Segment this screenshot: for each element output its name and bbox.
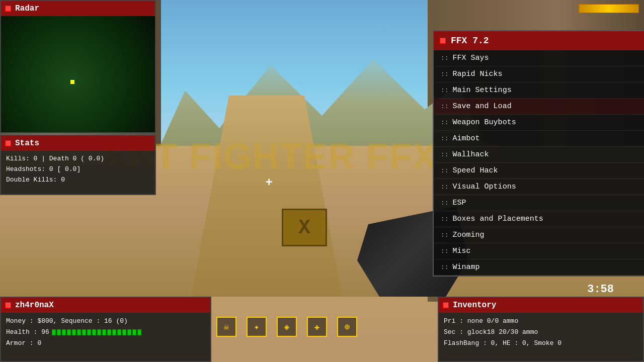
radar-player-dot [70, 80, 74, 84]
timer: 3:58 [587, 283, 614, 296]
menu-bullet-icon: :: [441, 167, 449, 174]
stats-panel: Stats Kills: 0 | Death 0 ( 0.0) Headshot… [0, 135, 156, 195]
health-bar [52, 329, 141, 335]
inventory-title: Inventory [453, 301, 496, 310]
menu-item-esp[interactable]: ::ESP [434, 195, 644, 211]
menu-bullet-icon: :: [441, 231, 449, 239]
player-header-dot [5, 302, 11, 308]
menu-bullet-icon: :: [441, 199, 449, 207]
menu-bullet-icon: :: [441, 263, 449, 271]
inventory-content: Pri : none 0/0 ammo Sec : glock18 20/30 … [439, 313, 643, 352]
menu-header: FFX 7.2 [434, 31, 644, 50]
hud-icon-ammo: ◈ [277, 317, 297, 337]
menu-item-label: Rapid Nicks [453, 70, 503, 78]
menu-item-label: Aimbot [453, 134, 480, 143]
stats-content: Kills: 0 | Death 0 ( 0.0) Headshots: 0 [… [1, 151, 155, 188]
menu-bullet-icon: :: [441, 70, 449, 78]
menu-bullet-icon: :: [441, 86, 449, 94]
menu-item-speed-hack[interactable]: ::Speed Hack [434, 163, 644, 179]
menu-item-wallhack[interactable]: ::Wallhack [434, 147, 644, 163]
menu-panel: FFX 7.2 ::FFX Says::Rapid Nicks::Main Se… [433, 30, 644, 277]
menu-bullet-icon: :: [441, 247, 449, 255]
health-segment [132, 329, 136, 335]
health-segment [92, 329, 96, 335]
health-segment [127, 329, 131, 335]
bottom-hud-icons: ☠ ✦ ◈ ✚ ⊕ [216, 317, 357, 337]
player-health-label: Health : 96 [6, 327, 49, 338]
health-segment [122, 329, 126, 335]
menu-item-winamp[interactable]: ::Winamp [434, 259, 644, 276]
player-name: zh4r0naX [15, 301, 54, 310]
menu-items-list: ::FFX Says::Rapid Nicks::Main Settings::… [434, 50, 644, 276]
player-armor: Armor : 0 [6, 338, 205, 349]
menu-item-aimbot[interactable]: ::Aimbot [434, 131, 644, 147]
health-segment [82, 329, 86, 335]
player-panel: zh4r0naX Money : $800, Sequence : 16 (0)… [0, 297, 211, 362]
health-segment [102, 329, 106, 335]
menu-item-weapon-buybots[interactable]: ::Weapon Buybots [434, 115, 644, 131]
health-segment [107, 329, 111, 335]
menu-item-zooming[interactable]: ::Zooming [434, 227, 644, 243]
menu-item-label: Winamp [453, 263, 480, 272]
health-segment [137, 329, 141, 335]
health-segment [62, 329, 66, 335]
menu-bullet-icon: :: [441, 135, 449, 142]
stats-headshots: Headshots: 0 [ 0.0] [6, 164, 150, 175]
health-segment [72, 329, 76, 335]
menu-item-misc[interactable]: ::Misc [434, 243, 644, 259]
radar-title: Radar [15, 4, 39, 13]
menu-item-label: Boxes and Placements [453, 215, 543, 223]
menu-item-label: Weapon Buybots [453, 118, 516, 127]
health-segment [77, 329, 81, 335]
hud-icon-star: ✦ [247, 317, 267, 337]
menu-bullet-icon: :: [441, 103, 449, 110]
menu-item-rapid-nicks[interactable]: ::Rapid Nicks [434, 66, 644, 82]
menu-item-label: Wallhack [453, 150, 489, 159]
menu-item-main-settings[interactable]: ::Main Settings [434, 82, 644, 99]
crate [282, 209, 327, 246]
player-money: Money : $800, Sequence : 16 (0) [6, 316, 205, 327]
menu-item-label: FFX Says [453, 54, 489, 62]
player-header: zh4r0naX [1, 298, 210, 313]
inventory-header: Inventory [439, 298, 643, 313]
menu-bullet-icon: :: [441, 151, 449, 158]
menu-item-label: Zooming [453, 231, 485, 239]
health-segment [112, 329, 116, 335]
stats-header-dot [5, 140, 11, 146]
stats-header: Stats [1, 136, 155, 151]
menu-item-label: Main Settings [453, 86, 512, 95]
menu-item-label: Misc [453, 247, 471, 255]
health-segment [87, 329, 91, 335]
menu-item-save-and-load[interactable]: ::Save and Load [434, 99, 644, 115]
stats-title: Stats [15, 139, 39, 148]
menu-bullet-icon: :: [441, 183, 449, 191]
radar-map [1, 16, 155, 132]
player-health-row: Health : 96 [6, 327, 205, 338]
health-segment [52, 329, 56, 335]
hud-icon-cross: ✚ [307, 317, 327, 337]
inventory-pri: Pri : none 0/0 ammo [444, 316, 638, 327]
menu-header-dot [440, 38, 446, 44]
menu-item-boxes-and-placements[interactable]: ::Boxes and Placements [434, 211, 644, 227]
menu-bullet-icon: :: [441, 119, 449, 126]
hud-icon-target: ⊕ [337, 317, 357, 337]
menu-item-ffx-says[interactable]: ::FFX Says [434, 50, 644, 66]
player-content: Money : $800, Sequence : 16 (0) Health :… [1, 313, 210, 352]
gold-bar [579, 4, 639, 13]
health-segment [67, 329, 71, 335]
inventory-header-dot [443, 302, 449, 308]
health-segment [57, 329, 61, 335]
health-segment [97, 329, 101, 335]
menu-title: FFX 7.2 [451, 36, 489, 46]
hud-icon-skull: ☠ [216, 317, 236, 337]
inventory-panel: Inventory Pri : none 0/0 ammo Sec : gloc… [438, 297, 644, 362]
inventory-sec: Sec : glock18 20/30 ammo [444, 327, 638, 338]
radar-header: Radar [1, 1, 155, 16]
menu-bullet-icon: :: [441, 54, 449, 62]
menu-item-label: Save and Load [453, 102, 512, 111]
menu-bullet-icon: :: [441, 215, 449, 223]
radar-panel: Radar [0, 0, 156, 133]
menu-item-visual-options[interactable]: ::Visual Options [434, 179, 644, 195]
inventory-grenades: FlashBang : 0, HE : 0, Smoke 0 [444, 338, 638, 349]
radar-header-dot [5, 6, 11, 12]
